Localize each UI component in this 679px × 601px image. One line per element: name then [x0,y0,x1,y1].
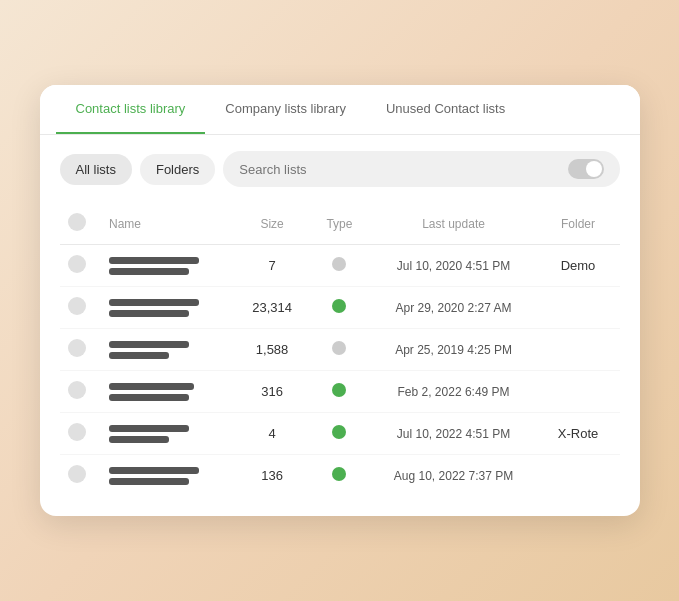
name-cell [109,341,228,359]
name-line [109,268,189,275]
name-line [109,425,189,432]
select-all-checkbox[interactable] [68,213,86,231]
name-line [109,383,194,390]
name-cell [109,257,228,275]
folders-button[interactable]: Folders [140,154,215,185]
row-checkbox-1[interactable] [68,297,86,315]
name-line [109,310,189,317]
name-line [109,341,189,348]
type-dot [332,467,346,481]
name-line [109,478,189,485]
tab-unused-contacts[interactable]: Unused Contact lists [366,85,525,134]
type-dot [332,425,346,439]
type-cell [308,245,370,287]
name-cell [109,425,228,443]
row-checkbox-5[interactable] [68,465,86,483]
update-cell: Apr 25, 2019 4:25 PM [371,329,537,371]
size-cell: 7 [236,245,309,287]
table-row: 316 Feb 2, 2022 6:49 PM [60,371,620,413]
toolbar: All lists Folders [40,135,640,203]
type-dot [332,257,346,271]
search-toggle[interactable] [568,159,604,179]
size-cell: 316 [236,371,309,413]
row-checkbox-0[interactable] [68,255,86,273]
name-line [109,299,199,306]
update-cell: Jul 10, 2022 4:51 PM [371,413,537,455]
table-row: 136 Aug 10, 2022 7:37 PM [60,455,620,497]
table-row: 1,588 Apr 25, 2019 4:25 PM [60,329,620,371]
size-cell: 1,588 [236,329,309,371]
name-line [109,257,199,264]
folder-cell: Demo [537,245,620,287]
size-cell: 4 [236,413,309,455]
folder-cell [537,371,620,413]
all-lists-button[interactable]: All lists [60,154,132,185]
tab-company-lists[interactable]: Company lists library [205,85,366,134]
search-input[interactable] [239,162,559,177]
size-cell: 23,314 [236,287,309,329]
update-cell: Feb 2, 2022 6:49 PM [371,371,537,413]
main-card: Contact lists library Company lists libr… [40,85,640,516]
row-checkbox-3[interactable] [68,381,86,399]
table-wrapper: Name Size Type Last update Folder 7 Jul … [40,203,640,516]
row-checkbox-2[interactable] [68,339,86,357]
type-cell [308,455,370,497]
name-cell [109,299,228,317]
folder-cell [537,455,620,497]
type-cell [308,371,370,413]
name-cell [109,467,228,485]
type-dot [332,299,346,313]
table-row: 23,314 Apr 29, 2020 2:27 AM [60,287,620,329]
size-cell: 136 [236,455,309,497]
name-line [109,394,189,401]
type-cell [308,287,370,329]
name-line [109,352,169,359]
update-cell: Apr 29, 2020 2:27 AM [371,287,537,329]
name-cell [109,383,228,401]
table-row: 4 Jul 10, 2022 4:51 PM X-Rote [60,413,620,455]
search-wrapper [223,151,619,187]
name-line [109,436,169,443]
folder-cell [537,329,620,371]
type-cell [308,413,370,455]
type-cell [308,329,370,371]
row-checkbox-4[interactable] [68,423,86,441]
table-row: 7 Jul 10, 2020 4:51 PM Demo [60,245,620,287]
update-cell: Jul 10, 2020 4:51 PM [371,245,537,287]
folder-cell: X-Rote [537,413,620,455]
type-dot [332,341,346,355]
folder-cell [537,287,620,329]
type-dot [332,383,346,397]
tab-bar: Contact lists library Company lists libr… [40,85,640,135]
lists-table: Name Size Type Last update Folder 7 Jul … [60,203,620,496]
update-cell: Aug 10, 2022 7:37 PM [371,455,537,497]
tab-contact-lists[interactable]: Contact lists library [56,85,206,134]
name-line [109,467,199,474]
